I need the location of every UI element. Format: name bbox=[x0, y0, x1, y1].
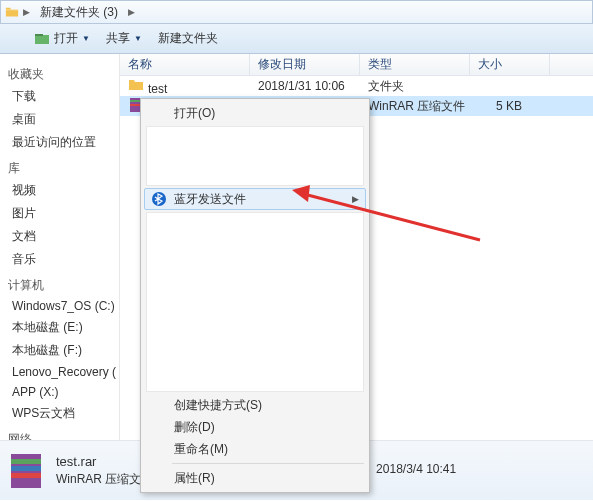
menu-item-open[interactable]: 打开(O) bbox=[144, 102, 366, 124]
open-button[interactable]: 打开 ▼ bbox=[34, 30, 90, 47]
sidebar-group-libraries[interactable]: 库 bbox=[8, 160, 119, 177]
folder-icon bbox=[128, 77, 144, 93]
menu-item-properties[interactable]: 属性(R) bbox=[144, 467, 366, 489]
sidebar-item-desktop[interactable]: 桌面 bbox=[8, 108, 119, 131]
menu-label: 打开(O) bbox=[174, 105, 215, 122]
sidebar-item-drive-c[interactable]: Windows7_OS (C:) bbox=[8, 296, 119, 316]
submenu-arrow-icon: ▶ bbox=[352, 194, 359, 204]
dropdown-icon: ▼ bbox=[82, 34, 90, 43]
menu-blank-area bbox=[146, 212, 364, 392]
file-type: 文件夹 bbox=[360, 78, 470, 95]
sidebar-item-documents[interactable]: 文档 bbox=[8, 225, 119, 248]
chevron-right-icon: ▶ bbox=[128, 7, 135, 17]
svg-rect-9 bbox=[11, 459, 41, 464]
file-name: test bbox=[148, 82, 167, 96]
rar-icon bbox=[6, 451, 46, 491]
menu-label: 属性(R) bbox=[174, 470, 215, 487]
menu-separator bbox=[172, 463, 364, 464]
column-headers: 名称 修改日期 类型 大小 bbox=[120, 54, 593, 76]
column-type[interactable]: 类型 bbox=[360, 54, 470, 75]
open-label: 打开 bbox=[54, 30, 78, 47]
svg-rect-11 bbox=[11, 473, 41, 478]
menu-label: 删除(D) bbox=[174, 419, 215, 436]
open-icon bbox=[34, 31, 50, 47]
folder-icon bbox=[5, 5, 19, 19]
sidebar-item-drive-f[interactable]: 本地磁盘 (F:) bbox=[8, 339, 119, 362]
sidebar-group-network[interactable]: 网络 bbox=[8, 431, 119, 440]
share-button[interactable]: 共享 ▼ bbox=[106, 30, 142, 47]
sidebar-item-music[interactable]: 音乐 bbox=[8, 248, 119, 271]
menu-item-rename[interactable]: 重命名(M) bbox=[144, 438, 366, 460]
sidebar-item-drive-e[interactable]: 本地磁盘 (E:) bbox=[8, 316, 119, 339]
column-date[interactable]: 修改日期 bbox=[250, 54, 360, 75]
toolbar: 打开 ▼ 共享 ▼ 新建文件夹 bbox=[0, 24, 593, 54]
status-create-value: 2018/3/4 10:41 bbox=[376, 462, 456, 479]
menu-blank-area bbox=[146, 126, 364, 186]
dropdown-icon: ▼ bbox=[134, 34, 142, 43]
bluetooth-icon bbox=[151, 191, 167, 207]
new-folder-button[interactable]: 新建文件夹 bbox=[158, 30, 218, 47]
sidebar-item-pictures[interactable]: 图片 bbox=[8, 202, 119, 225]
sidebar-item-recovery[interactable]: Lenovo_Recovery ( bbox=[8, 362, 119, 382]
menu-item-shortcut[interactable]: 创建快捷方式(S) bbox=[144, 394, 366, 416]
file-row[interactable]: test 2018/1/31 10:06 文件夹 bbox=[120, 76, 593, 96]
menu-label: 创建快捷方式(S) bbox=[174, 397, 262, 414]
status-filetype: WinRAR 压缩文件 bbox=[56, 471, 153, 488]
svg-rect-10 bbox=[11, 466, 41, 471]
menu-item-delete[interactable]: 删除(D) bbox=[144, 416, 366, 438]
context-menu: 打开(O) 蓝牙发送文件 ▶ 创建快捷方式(S) 删除(D) 重命名(M) 属性… bbox=[140, 98, 370, 493]
sidebar-group-favorites[interactable]: 收藏夹 bbox=[8, 66, 119, 83]
svg-rect-1 bbox=[35, 34, 43, 36]
address-bar: ▶ 新建文件夹 (3) ▶ bbox=[0, 0, 593, 24]
menu-item-bluetooth[interactable]: 蓝牙发送文件 ▶ bbox=[144, 188, 366, 210]
sidebar-item-videos[interactable]: 视频 bbox=[8, 179, 119, 202]
menu-label: 重命名(M) bbox=[174, 441, 228, 458]
file-type: WinRAR 压缩文件 bbox=[360, 98, 470, 115]
share-label: 共享 bbox=[106, 30, 130, 47]
sidebar-item-recent[interactable]: 最近访问的位置 bbox=[8, 131, 119, 154]
sidebar-item-wps[interactable]: WPS云文档 bbox=[8, 402, 119, 425]
file-date: 2018/1/31 10:06 bbox=[250, 79, 360, 93]
file-size: 5 KB bbox=[470, 99, 530, 113]
new-folder-label: 新建文件夹 bbox=[158, 30, 218, 47]
sidebar-group-computer[interactable]: 计算机 bbox=[8, 277, 119, 294]
sidebar-item-drive-x[interactable]: APP (X:) bbox=[8, 382, 119, 402]
chevron-right-icon: ▶ bbox=[23, 7, 30, 17]
menu-label: 蓝牙发送文件 bbox=[174, 191, 246, 208]
column-name[interactable]: 名称 bbox=[120, 54, 250, 75]
status-filename: test.rar bbox=[56, 454, 153, 469]
column-size[interactable]: 大小 bbox=[470, 54, 550, 75]
svg-rect-0 bbox=[35, 35, 49, 44]
breadcrumb-folder[interactable]: 新建文件夹 (3) bbox=[34, 2, 124, 23]
sidebar-item-downloads[interactable]: 下载 bbox=[8, 85, 119, 108]
nav-sidebar: 收藏夹 下载 桌面 最近访问的位置 库 视频 图片 文档 音乐 计算机 Wind… bbox=[0, 54, 120, 440]
